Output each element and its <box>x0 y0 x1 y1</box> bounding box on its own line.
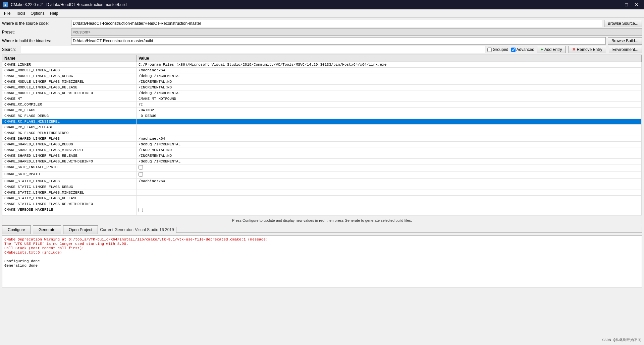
menu-file[interactable]: File <box>1 10 13 17</box>
value-cell <box>137 196 642 201</box>
minimize-button[interactable]: ─ <box>612 1 621 8</box>
browse-build-button[interactable]: Browse Build... <box>608 37 642 45</box>
table-row[interactable]: CMAKE_MODULE_LINKER_FLAGS_MINSIZEREL/INC… <box>2 79 642 85</box>
table-row[interactable]: CMAKE_MODULE_LINKER_FLAGS/machine:x64 <box>2 68 642 73</box>
table-row[interactable]: OPENGL_gl_LIBRARYopengl32 <box>2 214 642 215</box>
name-cell: CMAKE_SHARED_LINKER_FLAGS_DEBUG <box>2 142 137 147</box>
menu-help[interactable]: Help <box>47 10 61 17</box>
preset-input[interactable] <box>71 28 642 36</box>
build-label: Where to build the binaries: <box>2 39 69 43</box>
table-row[interactable]: CMAKE_VERBOSE_MAKEFILE <box>2 207 642 214</box>
window-controls: ─ □ ✕ <box>612 1 641 8</box>
name-cell: CMAKE_MODULE_LINKER_FLAGS_DEBUG <box>2 73 137 79</box>
table-row[interactable]: CMAKE_RC_FLAGS_MINSIZEREL <box>2 119 642 125</box>
generate-button[interactable]: Generate <box>33 225 61 234</box>
table-row[interactable]: CMAKE_STATIC_LINKER_FLAGS/machine:x64 <box>2 179 642 184</box>
maximize-button[interactable]: □ <box>623 1 631 8</box>
name-cell: CMAKE_STATIC_LINKER_FLAGS_MINSIZEREL <box>2 190 137 195</box>
configure-button[interactable]: Configure <box>2 225 31 234</box>
name-cell: CMAKE_RC_FLAGS_RELEASE <box>2 125 137 130</box>
name-cell: CMAKE_SHARED_LINKER_FLAGS_MINSIZEREL <box>2 147 137 153</box>
menu-options[interactable]: Options <box>28 10 47 17</box>
grouped-label: Grouped <box>493 47 508 52</box>
grouped-checkbox-group: Grouped <box>487 47 508 52</box>
output-line: CMake Deprecation Warning at D:/tools/VT… <box>4 237 640 242</box>
bottom-buttons: Configure Generate Open Project Current … <box>2 225 642 234</box>
table-row[interactable]: CMAKE_MODULE_LINKER_FLAGS_RELEASE/INCREM… <box>2 85 642 90</box>
table-header: Name Value <box>2 55 642 62</box>
menu-tools[interactable]: Tools <box>13 10 28 17</box>
preset-row: Preset: <box>2 28 642 36</box>
table-row[interactable]: CMAKE_SHARED_LINKER_FLAGS_DEBUG/debug /I… <box>2 142 642 147</box>
advanced-checkbox[interactable] <box>511 48 516 52</box>
output-line: The `VTK_USE_FILE` is no longer used sta… <box>4 242 640 246</box>
open-project-button[interactable]: Open Project <box>63 225 98 234</box>
value-cell: /INCREMENTAL:NO <box>137 79 642 84</box>
search-row: Search: Grouped Advanced + Add Entry ✕ R… <box>2 46 642 53</box>
build-input[interactable] <box>71 37 606 45</box>
table-row[interactable]: CMAKE_SKIP_INSTALL_RPATH <box>2 164 642 171</box>
table-row[interactable]: CMAKE_SHARED_LINKER_FLAGS/machine:x64 <box>2 136 642 142</box>
table-row[interactable]: CMAKE_STATIC_LINKER_FLAGS_RELWITHDEBINFO <box>2 201 642 207</box>
add-entry-icon: + <box>541 47 543 52</box>
browse-source-button[interactable]: Browse Source... <box>604 20 642 27</box>
preset-label: Preset: <box>2 30 69 34</box>
name-cell: OPENGL_gl_LIBRARY <box>2 214 137 215</box>
value-cell: /debug /INCREMENTAL <box>137 73 642 79</box>
output-panel[interactable]: CMake Deprecation Warning at D:/tools/VT… <box>2 235 642 287</box>
table-row[interactable]: CMAKE_SHARED_LINKER_FLAGS_RELEASE/INCREM… <box>2 153 642 159</box>
table-row[interactable]: CMAKE_MODULE_LINKER_FLAGS_DEBUG/debug /I… <box>2 73 642 79</box>
value-cell <box>137 201 642 207</box>
title-bar-left: ▲ CMake 3.22.0-rc2 - D:/data/HeadCT-Reco… <box>3 2 126 7</box>
table-row[interactable]: CMAKE_SHARED_LINKER_FLAGS_RELWITHDEBINFO… <box>2 159 642 164</box>
environment-button[interactable]: Environment... <box>609 46 642 53</box>
name-cell: CMAKE_RC_FLAGS_DEBUG <box>2 113 137 119</box>
status-bar: Press Configure to update and display ne… <box>2 217 642 224</box>
table-row[interactable]: CMAKE_LINKERC:/Program Files (x86)/Micro… <box>2 62 642 68</box>
value-cell <box>137 119 642 124</box>
output-line: Generating done <box>4 264 640 268</box>
table-row[interactable]: CMAKE_RC_COMPILERrc <box>2 102 642 108</box>
build-row: Where to build the binaries: Browse Buil… <box>2 37 642 45</box>
search-input[interactable] <box>21 46 485 53</box>
table-body: CMAKE_LINKERC:/Program Files (x86)/Micro… <box>2 62 642 215</box>
table-row[interactable]: CMAKE_RC_FLAGS-DWIN32 <box>2 108 642 113</box>
name-cell: CMAKE_VERBOSE_MAKEFILE <box>2 207 137 214</box>
source-input[interactable] <box>71 20 602 27</box>
main-window: Where is the source code: Browse Source.… <box>0 18 644 289</box>
name-cell: CMAKE_LINKER <box>2 62 137 67</box>
name-cell: CMAKE_STATIC_LINKER_FLAGS_RELWITHDEBINFO <box>2 201 137 207</box>
add-entry-button[interactable]: + Add Entry <box>537 46 566 53</box>
name-cell: CMAKE_MT <box>2 96 137 101</box>
name-cell: CMAKE_MODULE_LINKER_FLAGS_RELEASE <box>2 85 137 90</box>
value-cell <box>137 171 642 178</box>
remove-entry-button[interactable]: ✕ Remove Entry <box>569 46 606 53</box>
table-row[interactable]: CMAKE_MODULE_LINKER_FLAGS_RELWITHDEBINFO… <box>2 90 642 96</box>
source-label: Where is the source code: <box>2 21 69 26</box>
value-cell: /INCREMENTAL:NO <box>137 147 642 153</box>
remove-entry-icon: ✕ <box>572 47 576 52</box>
table-row[interactable]: CMAKE_MTCMAKE_MT-NOTFOUND <box>2 96 642 102</box>
table-row[interactable]: CMAKE_RC_FLAGS_DEBUG-D_DEBUG <box>2 113 642 119</box>
grouped-checkbox[interactable] <box>487 48 492 52</box>
table-row[interactable]: CMAKE_RC_FLAGS_RELWITHDEBINFO <box>2 130 642 136</box>
close-button[interactable]: ✕ <box>632 1 641 8</box>
value-cell: /machine:x64 <box>137 68 642 73</box>
table-row[interactable]: CMAKE_SKIP_RPATH <box>2 171 642 179</box>
search-options: Grouped Advanced + Add Entry ✕ Remove En… <box>487 46 642 53</box>
name-cell: CMAKE_SKIP_RPATH <box>2 171 137 178</box>
table-row[interactable]: CMAKE_STATIC_LINKER_FLAGS_DEBUG <box>2 184 642 190</box>
value-cell <box>137 130 642 136</box>
value-cell: /machine:x64 <box>137 136 642 141</box>
table-row[interactable]: CMAKE_STATIC_LINKER_FLAGS_RELEASE <box>2 196 642 201</box>
name-cell: CMAKE_RC_FLAGS <box>2 108 137 113</box>
name-cell: CMAKE_SHARED_LINKER_FLAGS <box>2 136 137 141</box>
table-row[interactable]: CMAKE_SHARED_LINKER_FLAGS_MINSIZEREL/INC… <box>2 147 642 153</box>
cmake-table[interactable]: Name Value CMAKE_LINKERC:/Program Files … <box>2 55 642 215</box>
table-row[interactable]: CMAKE_STATIC_LINKER_FLAGS_MINSIZEREL <box>2 190 642 196</box>
name-cell: CMAKE_STATIC_LINKER_FLAGS_DEBUG <box>2 184 137 190</box>
table-row[interactable]: CMAKE_RC_FLAGS_RELEASE <box>2 125 642 130</box>
output-lines: CMake Deprecation Warning at D:/tools/VT… <box>4 237 640 268</box>
value-cell <box>137 207 642 214</box>
output-line: CMakeLists.txt:6 (include) <box>4 251 640 255</box>
